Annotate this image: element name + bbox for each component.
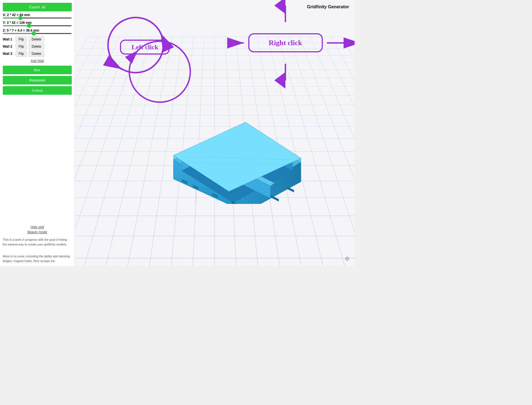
settings-icon[interactable]: ⚙ bbox=[345, 255, 350, 262]
box-button[interactable]: Box bbox=[3, 66, 72, 74]
wall-1-delete[interactable]: Delete bbox=[29, 36, 44, 42]
add-wall-button[interactable]: Add Wall bbox=[3, 58, 72, 64]
y-param: Y: 3 * 42 = 126 mm bbox=[3, 21, 72, 26]
cutout-button[interactable]: Cutout bbox=[3, 86, 72, 95]
wall-3-label: Wall 3 bbox=[3, 52, 14, 56]
wall-2-delete[interactable]: Delete bbox=[29, 43, 44, 50]
x-param: X: 2 * 42 = 84 mm bbox=[3, 13, 72, 19]
z-slider[interactable] bbox=[3, 33, 72, 34]
wall-row-1: Wall 1 Flip Delete bbox=[3, 36, 72, 42]
hide-grid-link[interactable]: Hide grid bbox=[30, 225, 44, 229]
left-panel: Export .stl X: 2 * 42 = 84 mm Y: 3 * 42 … bbox=[0, 0, 75, 266]
3d-box-container bbox=[151, 93, 306, 193]
y-slider[interactable] bbox=[3, 25, 72, 26]
app-title: Gridfinity Generator bbox=[307, 4, 349, 9]
wall-2-label: Wall 2 bbox=[3, 45, 14, 48]
z-param: Z: 5 * 7 + 4.4 = 39.4 mm bbox=[3, 29, 72, 34]
description-1: This is a work in progress with the goal… bbox=[3, 237, 72, 247]
wall-1-flip[interactable]: Flip bbox=[16, 36, 27, 42]
description-2: More is to come, including the ability a… bbox=[3, 254, 72, 263]
wall-row-2: Wall 2 Flip Delete bbox=[3, 43, 72, 50]
wall-2-flip[interactable]: Flip bbox=[16, 43, 27, 50]
wall-row-3: Wall 3 Flip Delete bbox=[3, 51, 72, 57]
beauty-mode-link[interactable]: Beauty mode bbox=[27, 230, 47, 234]
walls-section: Wall 1 Flip Delete Wall 2 Flip Delete Wa… bbox=[3, 36, 72, 64]
baseplate-button[interactable]: Baseplate bbox=[3, 76, 72, 84]
wall-3-delete[interactable]: Delete bbox=[29, 51, 44, 57]
bottom-links: Hide grid Beauty mode bbox=[3, 225, 72, 234]
canvas-area[interactable]: Gridfinity Generator bbox=[75, 0, 355, 266]
export-button[interactable]: Export .stl bbox=[3, 3, 72, 11]
wall-3-flip[interactable]: Flip bbox=[16, 51, 27, 57]
3d-box-svg bbox=[151, 93, 312, 204]
wall-1-label: Wall 1 bbox=[3, 37, 14, 41]
x-slider[interactable] bbox=[3, 17, 72, 19]
